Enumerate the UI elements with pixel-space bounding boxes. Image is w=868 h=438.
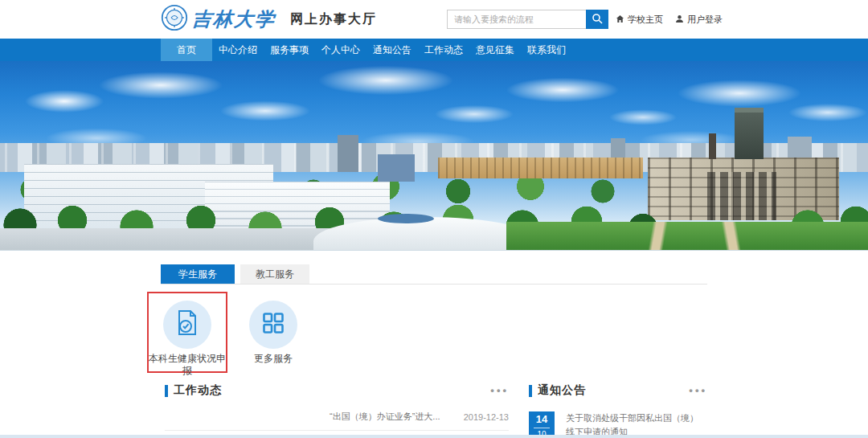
notices-section: 通知公告 ••• 14 10 关于取消处级干部因私出国（境）线下申请的通知 — [529, 384, 707, 438]
work-news-title: 工作动态 — [174, 383, 222, 398]
section-accent-bar — [529, 385, 532, 397]
banner-chimney — [709, 133, 716, 159]
news-item-title: “出国（境）办证业务”进大... — [330, 411, 440, 423]
health-declaration-icon — [175, 309, 199, 340]
user-icon — [675, 14, 684, 25]
search-input[interactable] — [447, 10, 586, 29]
notice-date-separator — [534, 428, 550, 428]
header-links: 学校主页 用户登录 — [616, 0, 723, 39]
tab-staff-services[interactable]: 教工服务 — [240, 264, 309, 284]
service-icon-grid: 本科生健康状况申报 更多服务 — [161, 284, 707, 375]
section-accent-bar — [165, 385, 168, 397]
notices-more-button[interactable]: ••• — [689, 387, 707, 395]
banner-lawn — [506, 222, 868, 251]
nav-item-center-intro[interactable]: 中心介绍 — [212, 39, 264, 61]
bottom-columns: 工作动态 ••• “出国（境）办证业务”进大... 2019-12-13 通知公… — [161, 384, 707, 438]
banner-glass-dome — [378, 214, 434, 223]
service-item-more-services[interactable]: 更多服务 — [237, 293, 309, 365]
next-section-edge — [0, 435, 868, 438]
banner-blue-building — [378, 154, 415, 182]
service-tabs: 学生服务 教工服务 — [161, 264, 707, 284]
tab-student-services[interactable]: 学生服务 — [161, 264, 235, 284]
work-news-section: 工作动态 ••• “出国（境）办证业务”进大... 2019-12-13 — [165, 384, 509, 438]
nav-item-work-news[interactable]: 工作动态 — [418, 39, 469, 61]
nav-item-notices[interactable]: 通知公告 — [366, 39, 418, 61]
service-label: 本科生健康状况申报 — [149, 353, 226, 377]
search-icon — [592, 13, 603, 27]
notices-header: 通知公告 ••• — [529, 384, 707, 397]
search-button[interactable] — [586, 10, 608, 29]
user-login-label: 用户登录 — [687, 14, 723, 26]
nav-item-services[interactable]: 服务事项 — [264, 39, 315, 61]
banner-tower — [735, 108, 764, 159]
notice-date-day: 14 — [529, 413, 555, 426]
main-navigation: 首页 中心介绍 服务事项 个人中心 通知公告 工作动态 意见征集 联系我们 — [0, 39, 868, 61]
work-news-more-button[interactable]: ••• — [490, 387, 509, 395]
service-icon-circle — [163, 301, 211, 349]
nav-item-personal-center[interactable]: 个人中心 — [315, 39, 366, 61]
school-home-link[interactable]: 学校主页 — [616, 14, 663, 26]
nav-item-feedback[interactable]: 意见征集 — [469, 39, 521, 61]
nav-item-home[interactable]: 首页 — [161, 39, 212, 61]
home-icon — [616, 14, 624, 25]
university-name: 吉林大学 — [191, 6, 276, 32]
main-content: 学生服务 教工服务 本科生健康状况申报 — [161, 264, 707, 438]
news-divider — [165, 430, 509, 431]
university-emblem-icon — [161, 4, 188, 35]
campus-photo-banner — [0, 61, 868, 251]
more-services-grid-icon — [262, 312, 285, 338]
news-item-date: 2019-12-13 — [464, 412, 509, 422]
site-title: 网上办事大厅 — [290, 11, 377, 28]
nav-item-contact[interactable]: 联系我们 — [521, 39, 572, 61]
school-home-label: 学校主页 — [628, 14, 663, 26]
banner-tan-building — [438, 158, 643, 178]
column-gap — [509, 384, 529, 438]
work-news-header: 工作动态 ••• — [165, 384, 509, 397]
user-login-link[interactable]: 用户登录 — [675, 14, 723, 26]
service-icon-circle — [249, 301, 297, 349]
service-label: 更多服务 — [237, 353, 309, 365]
notices-title: 通知公告 — [538, 383, 586, 398]
banner-plaza — [0, 228, 338, 251]
search-bar — [447, 10, 608, 29]
service-item-health-declaration[interactable]: 本科生健康状况申报 — [147, 292, 227, 373]
top-header: 吉林大学 网上办事大厅 学校主页 — [0, 0, 868, 39]
work-news-list-item[interactable]: “出国（境）办证业务”进大... 2019-12-13 — [165, 411, 509, 423]
